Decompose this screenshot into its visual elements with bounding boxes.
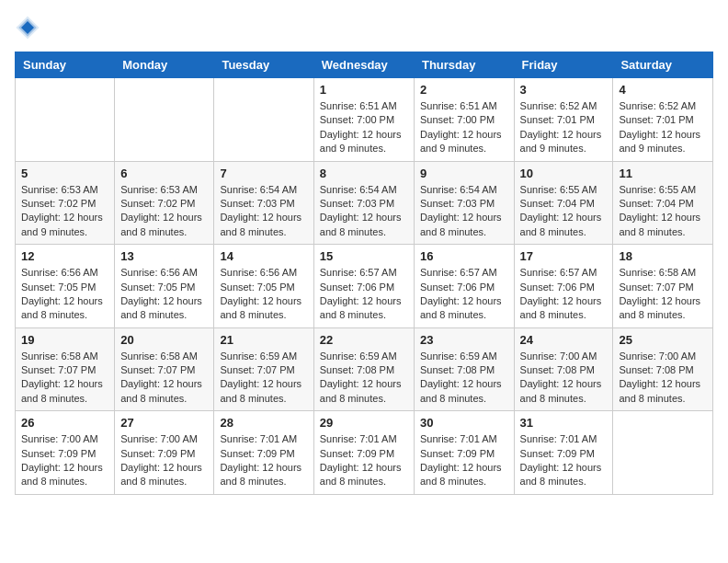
day-header-friday: Friday [514,52,613,78]
day-info: Sunrise: 6:52 AM Sunset: 7:01 PM Dayligh… [619,99,707,156]
calendar-cell: 10Sunrise: 6:55 AM Sunset: 7:04 PM Dayli… [514,161,613,245]
day-info: Sunrise: 6:55 AM Sunset: 7:04 PM Dayligh… [619,183,707,240]
day-info: Sunrise: 6:53 AM Sunset: 7:02 PM Dayligh… [21,183,108,240]
day-info: Sunrise: 6:58 AM Sunset: 7:07 PM Dayligh… [21,350,108,407]
week-row-2: 5Sunrise: 6:53 AM Sunset: 7:02 PM Daylig… [16,161,713,245]
logo [15,15,44,40]
day-number: 10 [520,167,608,180]
day-info: Sunrise: 7:01 AM Sunset: 7:09 PM Dayligh… [420,432,508,489]
calendar-cell: 12Sunrise: 6:56 AM Sunset: 7:05 PM Dayli… [16,245,115,328]
calendar-cell: 9Sunrise: 6:54 AM Sunset: 7:03 PM Daylig… [414,161,514,245]
day-info: Sunrise: 6:54 AM Sunset: 7:03 PM Dayligh… [420,183,508,240]
day-info: Sunrise: 6:51 AM Sunset: 7:00 PM Dayligh… [320,99,408,156]
day-number: 28 [220,416,307,430]
calendar-cell: 5Sunrise: 6:53 AM Sunset: 7:02 PM Daylig… [16,161,115,245]
calendar-cell: 1Sunrise: 6:51 AM Sunset: 7:00 PM Daylig… [313,78,414,162]
day-info: Sunrise: 7:00 AM Sunset: 7:09 PM Dayligh… [21,432,108,489]
day-number: 27 [120,416,208,430]
day-info: Sunrise: 6:59 AM Sunset: 7:07 PM Dayligh… [220,350,307,407]
calendar-cell: 13Sunrise: 6:56 AM Sunset: 7:05 PM Dayli… [115,245,214,328]
day-number: 15 [320,249,408,263]
day-number: 13 [120,249,208,263]
day-number: 9 [420,167,508,180]
day-number: 12 [21,249,108,263]
day-info: Sunrise: 7:01 AM Sunset: 7:09 PM Dayligh… [520,432,608,489]
day-number: 5 [21,167,108,180]
day-info: Sunrise: 6:52 AM Sunset: 7:01 PM Dayligh… [520,99,608,156]
day-info: Sunrise: 6:56 AM Sunset: 7:05 PM Dayligh… [21,266,108,323]
day-number: 7 [220,167,307,180]
calendar-cell [613,411,713,495]
calendar-cell [214,78,313,162]
calendar-cell: 28Sunrise: 7:01 AM Sunset: 7:09 PM Dayli… [214,411,313,495]
day-info: Sunrise: 6:51 AM Sunset: 7:00 PM Dayligh… [420,99,508,156]
day-info: Sunrise: 6:59 AM Sunset: 7:08 PM Dayligh… [320,350,408,407]
calendar-cell: 19Sunrise: 6:58 AM Sunset: 7:07 PM Dayli… [16,327,115,411]
calendar-cell: 4Sunrise: 6:52 AM Sunset: 7:01 PM Daylig… [613,78,713,162]
day-number: 4 [619,83,707,97]
calendar-cell [16,78,115,162]
calendar-cell: 11Sunrise: 6:55 AM Sunset: 7:04 PM Dayli… [613,161,713,245]
week-row-1: 1Sunrise: 6:51 AM Sunset: 7:00 PM Daylig… [16,78,713,162]
day-number: 29 [320,416,408,430]
calendar-cell: 2Sunrise: 6:51 AM Sunset: 7:00 PM Daylig… [414,78,514,162]
day-number: 1 [320,83,408,97]
calendar-cell: 22Sunrise: 6:59 AM Sunset: 7:08 PM Dayli… [313,327,414,411]
calendar-cell: 17Sunrise: 6:57 AM Sunset: 7:06 PM Dayli… [514,245,613,328]
calendar-cell: 15Sunrise: 6:57 AM Sunset: 7:06 PM Dayli… [313,245,414,328]
calendar-cell: 20Sunrise: 6:58 AM Sunset: 7:07 PM Dayli… [115,327,214,411]
calendar-cell: 23Sunrise: 6:59 AM Sunset: 7:08 PM Dayli… [414,327,514,411]
day-number: 6 [120,167,208,180]
day-number: 31 [520,416,608,430]
day-info: Sunrise: 6:57 AM Sunset: 7:06 PM Dayligh… [420,266,508,323]
day-number: 18 [619,249,707,263]
logo-icon [15,15,40,40]
day-header-tuesday: Tuesday [214,52,313,78]
day-info: Sunrise: 7:01 AM Sunset: 7:09 PM Dayligh… [320,432,408,489]
header-row: SundayMondayTuesdayWednesdayThursdayFrid… [16,52,713,78]
day-info: Sunrise: 7:00 AM Sunset: 7:08 PM Dayligh… [520,350,608,407]
day-number: 25 [619,333,707,347]
week-row-5: 26Sunrise: 7:00 AM Sunset: 7:09 PM Dayli… [16,411,713,495]
calendar-cell: 31Sunrise: 7:01 AM Sunset: 7:09 PM Dayli… [514,411,613,495]
day-info: Sunrise: 7:01 AM Sunset: 7:09 PM Dayligh… [220,432,307,489]
calendar-cell: 3Sunrise: 6:52 AM Sunset: 7:01 PM Daylig… [514,78,613,162]
day-number: 11 [619,167,707,180]
day-header-sunday: Sunday [16,52,115,78]
calendar-cell: 7Sunrise: 6:54 AM Sunset: 7:03 PM Daylig… [214,161,313,245]
day-number: 17 [520,249,608,263]
week-row-4: 19Sunrise: 6:58 AM Sunset: 7:07 PM Dayli… [16,327,713,411]
day-number: 22 [320,333,408,347]
day-info: Sunrise: 7:00 AM Sunset: 7:09 PM Dayligh… [120,432,208,489]
day-info: Sunrise: 6:56 AM Sunset: 7:05 PM Dayligh… [220,266,307,323]
day-number: 19 [21,333,108,347]
day-number: 16 [420,249,508,263]
day-info: Sunrise: 6:55 AM Sunset: 7:04 PM Dayligh… [520,183,608,240]
page-header [15,15,713,40]
calendar-cell: 25Sunrise: 7:00 AM Sunset: 7:08 PM Dayli… [613,327,713,411]
day-header-monday: Monday [115,52,214,78]
calendar-cell: 26Sunrise: 7:00 AM Sunset: 7:09 PM Dayli… [16,411,115,495]
week-row-3: 12Sunrise: 6:56 AM Sunset: 7:05 PM Dayli… [16,245,713,328]
day-number: 21 [220,333,307,347]
calendar-cell: 6Sunrise: 6:53 AM Sunset: 7:02 PM Daylig… [115,161,214,245]
day-info: Sunrise: 6:53 AM Sunset: 7:02 PM Dayligh… [120,183,208,240]
calendar-cell: 8Sunrise: 6:54 AM Sunset: 7:03 PM Daylig… [313,161,414,245]
day-info: Sunrise: 6:58 AM Sunset: 7:07 PM Dayligh… [120,350,208,407]
calendar-cell: 30Sunrise: 7:01 AM Sunset: 7:09 PM Dayli… [414,411,514,495]
day-number: 26 [21,416,108,430]
calendar-cell: 14Sunrise: 6:56 AM Sunset: 7:05 PM Dayli… [214,245,313,328]
day-number: 2 [420,83,508,97]
day-info: Sunrise: 6:54 AM Sunset: 7:03 PM Dayligh… [320,183,408,240]
calendar-cell: 21Sunrise: 6:59 AM Sunset: 7:07 PM Dayli… [214,327,313,411]
day-number: 23 [420,333,508,347]
day-info: Sunrise: 7:00 AM Sunset: 7:08 PM Dayligh… [619,350,707,407]
day-info: Sunrise: 6:54 AM Sunset: 7:03 PM Dayligh… [220,183,307,240]
day-info: Sunrise: 6:59 AM Sunset: 7:08 PM Dayligh… [420,350,508,407]
calendar-cell [115,78,214,162]
day-number: 20 [120,333,208,347]
day-header-saturday: Saturday [613,52,713,78]
calendar-cell: 24Sunrise: 7:00 AM Sunset: 7:08 PM Dayli… [514,327,613,411]
day-info: Sunrise: 6:57 AM Sunset: 7:06 PM Dayligh… [520,266,608,323]
calendar-table: SundayMondayTuesdayWednesdayThursdayFrid… [15,52,713,495]
